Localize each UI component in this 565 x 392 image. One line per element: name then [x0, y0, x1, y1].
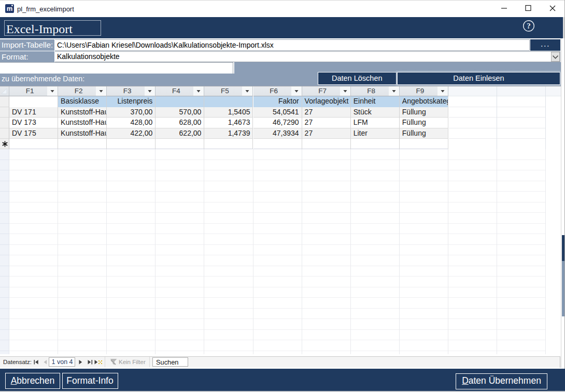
svg-text:?: ? — [527, 22, 531, 30]
